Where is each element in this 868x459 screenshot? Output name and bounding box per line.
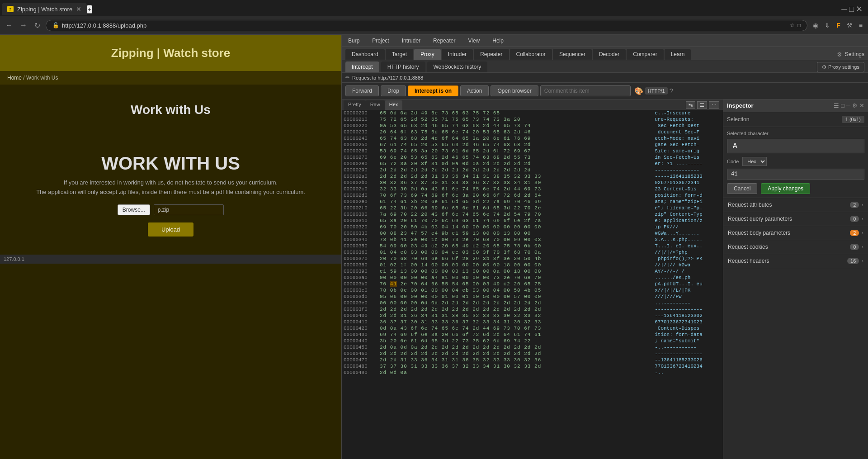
settings-label[interactable]: Settings	[845, 51, 864, 57]
bookmark-icon[interactable]: ☆	[790, 22, 795, 28]
tab-http-history[interactable]: HTTP history	[381, 62, 425, 72]
comment-input[interactable]	[540, 85, 631, 96]
hex-content[interactable]: 0000020065 0d 0a 2d 49 6e 73 65 63 75 72…	[342, 110, 723, 459]
hex-bytes[interactable]: 3b 20 6e 61 6d 65 3d 22 73 75 62 6d 69 7…	[380, 338, 649, 344]
tab-dashboard[interactable]: Dashboard	[345, 49, 385, 60]
hex-bytes[interactable]: 0d 0a 43 6f 6e 74 65 6e 74 2d 44 69 73 7…	[380, 326, 649, 331]
browse-button[interactable]: Browse...	[118, 204, 150, 215]
help-icon[interactable]: ?	[670, 87, 673, 95]
menu-help[interactable]: Help	[486, 35, 510, 47]
tab-comparer[interactable]: Comparer	[627, 49, 663, 60]
code-format-select[interactable]: Hex Dec Bin	[742, 157, 767, 166]
hex-bytes[interactable]: 0a 53 65 63 2d 46 65 74 63 68 2d 44 65 7…	[380, 123, 649, 128]
hex-tab-raw[interactable]: Raw	[366, 100, 385, 110]
menu-burp[interactable]: Burp	[342, 35, 366, 47]
screenshot-icon[interactable]: □	[797, 22, 801, 28]
inspector-section-row-4[interactable]: Request headers16›	[723, 254, 868, 268]
hex-bytes[interactable]: 65 74 63 68 2d 4d 6f 64 65 3a 20 6e 61 7…	[380, 136, 649, 141]
hex-bytes[interactable]: 2d 2d 2d 2d 2d 31 33 36 34 31 31 38 35 3…	[380, 174, 649, 179]
inspector-settings-icon[interactable]: ⚙	[852, 102, 858, 109]
hex-tab-hex[interactable]: Hex	[385, 100, 403, 110]
address-bar[interactable]: 🔓 http://127.0.0.1:8888/upload.php ☆ □	[46, 20, 807, 31]
tab-proxy[interactable]: Proxy	[414, 49, 441, 60]
download-icon[interactable]: ⇓	[823, 21, 832, 30]
open-browser-button[interactable]: Open browser	[491, 85, 538, 96]
hex-bytes[interactable]: 65 22 3b 20 66 69 6c 65 6e 61 6d 65 3d 2…	[380, 205, 649, 211]
hex-bytes[interactable]: 20 70 68 70 69 6e 66 6f 28 29 3b 3f 3e 2…	[380, 256, 649, 261]
more-button[interactable]: ⋯	[709, 101, 719, 109]
color-picker-icon[interactable]: 🎨	[634, 87, 643, 95]
wrap-button[interactable]: ↹	[686, 101, 695, 109]
hex-bytes[interactable]: 69 70 20 50 4b 03 04 14 00 00 00 00 00 0…	[380, 224, 649, 230]
hex-bytes[interactable]: 2d 2d 31 33 36 34 31 31 38 35 32 33 33 3…	[380, 357, 649, 363]
menu-intruder[interactable]: Intruder	[396, 35, 427, 47]
hex-bytes[interactable]: 2d 2d 2d 2d 2d 2d 2d 2d 2d 2d 2d 2d 2d 2…	[380, 307, 649, 312]
hex-bytes[interactable]: 75 72 65 2d 52 65 71 75 65 73 74 73 3a 2…	[380, 117, 649, 122]
intercept-on-button[interactable]: Intercept is on	[408, 85, 458, 96]
forward-button[interactable]: Forward	[345, 85, 379, 96]
tab-learn[interactable]: Learn	[665, 49, 691, 60]
extensions-icon[interactable]: ◉	[811, 21, 820, 30]
inspector-section-row-1[interactable]: Request query parameters0›	[723, 212, 868, 226]
back-button[interactable]: ←	[4, 20, 14, 30]
inspector-icon-2[interactable]: □	[841, 102, 844, 109]
tab-websockets[interactable]: WebSockets history	[427, 62, 488, 72]
hex-bytes[interactable]: 70 41 2e 70 64 66 55 54 05 00 03 49 c2 2…	[380, 281, 649, 287]
hex-tab-pretty[interactable]: Pretty	[344, 100, 366, 110]
tab-intruder[interactable]: Intruder	[442, 49, 473, 60]
upload-button[interactable]: Upload	[148, 222, 193, 237]
hex-bytes[interactable]: 7a 69 70 22 20 43 6f 6e 74 65 6e 74 2d 5…	[380, 212, 649, 217]
hex-bytes[interactable]: 01 02 1f 00 14 00 00 00 00 00 00 00 18 0…	[380, 262, 649, 268]
char-display-input[interactable]	[727, 139, 864, 153]
highlighted-byte[interactable]: 41	[390, 281, 397, 287]
inspector-section-row-2[interactable]: Request body parameters2›	[723, 226, 868, 240]
hex-bytes[interactable]: 30 32 36 37 37 30 31 33 33 36 37 32 33 3…	[380, 180, 649, 185]
lines-button[interactable]: ☰	[697, 101, 707, 109]
tab-decoder[interactable]: Decoder	[593, 49, 626, 60]
hex-bytes[interactable]: 32 33 30 0d 0a 43 6f 6e 74 65 6e 74 2d 4…	[380, 186, 649, 192]
hex-bytes[interactable]: 2d 2d 2d 2d 2d 2d 2d 2d 2d 2d 2d 2d 2d 2…	[380, 351, 649, 356]
inspector-icon-1[interactable]: ☰	[834, 102, 839, 109]
hex-bytes[interactable]: 70 6f 73 69 74 69 6f 6e 3a 20 66 6f 72 6…	[380, 193, 649, 198]
hex-bytes[interactable]: 65 72 3a 20 3f 31 0d 0a 0d 0a 2d 2d 2d 2…	[380, 161, 649, 166]
hex-bytes[interactable]: 2d 0d 0a	[380, 370, 649, 375]
inspector-section-row-0[interactable]: Request attributes2›	[723, 198, 868, 212]
window-close-button[interactable]: ✕	[856, 4, 863, 14]
hex-bytes[interactable]: 67 61 74 65 20 53 65 63 2d 46 65 74 63 6…	[380, 142, 649, 147]
hex-bytes[interactable]: 61 74 61 3b 20 6e 61 6d 65 3d 22 7a 69 7…	[380, 199, 649, 204]
hex-bytes[interactable]: 20 64 6f 63 75 6d 65 6e 74 20 53 65 63 2…	[380, 129, 649, 135]
tab-intercept[interactable]: Intercept	[345, 62, 379, 72]
hex-bytes[interactable]: 78 0b 0c 00 01 00 00 04 eb 03 00 04 00 5…	[380, 288, 649, 293]
drop-button[interactable]: Drop	[381, 85, 406, 96]
hex-bytes[interactable]: 54 09 00 03 49 c2 20 65 49 c2 20 65 75 7…	[380, 243, 649, 249]
hex-bytes[interactable]: 53 69 74 65 3a 20 73 61 6d 65 2d 6f 72 6…	[380, 148, 649, 154]
hex-bytes[interactable]: c1 59 13 00 00 00 00 00 13 00 00 0a 00 1…	[380, 269, 649, 274]
menu-repeater[interactable]: Repeater	[427, 35, 462, 47]
hex-bytes[interactable]: 69 74 69 6f 6e 3a 20 66 6f 72 6d 2d 64 6…	[380, 332, 649, 337]
close-tab-button[interactable]: ✕	[76, 5, 81, 13]
maximize-button[interactable]: □	[849, 5, 854, 14]
settings-gear-icon[interactable]: ⚙	[837, 51, 842, 58]
wrench-icon[interactable]: ⚒	[845, 21, 854, 30]
hex-bytes[interactable]: 37 37 30 31 33 33 36 37 32 33 34 31 30 3…	[380, 364, 649, 369]
hex-bytes[interactable]: 2d 2d 31 36 34 31 31 38 35 32 33 33 30 3…	[380, 313, 649, 318]
refresh-button[interactable]: ↻	[33, 20, 42, 31]
tab-sequencer[interactable]: Sequencer	[553, 49, 592, 60]
hex-bytes[interactable]: 01 04 e8 03 00 00 04 ec 03 00 3f 70 3f 6…	[380, 250, 649, 255]
minimize-button[interactable]: ─	[841, 5, 847, 14]
cancel-button[interactable]: Cancel	[727, 183, 757, 194]
hex-bytes[interactable]: 36 37 37 30 31 33 33 36 37 32 33 34 31 3…	[380, 319, 649, 325]
hex-bytes[interactable]: 65 3a 20 61 70 70 6c 69 63 61 74 69 6f 6…	[380, 218, 649, 223]
hex-bytes[interactable]: 00 08 23 47 57 e4 9b c1 59 13 00 00 13 0…	[380, 231, 649, 236]
foxy-proxy-icon[interactable]: F	[835, 21, 842, 30]
active-tab[interactable]: Z Zipping | Watch store ✕	[2, 3, 87, 15]
inspector-minus-icon[interactable]: ─	[846, 102, 850, 109]
hex-bytes[interactable]: 2d 2d 2d 2d 2d 2d 2d 2d 2d 2d 2d 2d 2d 2…	[380, 167, 649, 173]
code-value-input[interactable]	[727, 169, 864, 180]
hex-bytes[interactable]: 78 0b 41 2e 00 1c 00 73 2e 70 68 70 00 0…	[380, 237, 649, 242]
menu-project[interactable]: Project	[366, 35, 395, 47]
hex-bytes[interactable]: 69 6e 20 53 65 63 2d 46 65 74 63 68 2d 5…	[380, 155, 649, 160]
tab-collaborator[interactable]: Collaborator	[510, 49, 552, 60]
proxy-settings-button[interactable]: ⚙ Proxy settings	[817, 62, 864, 72]
hex-bytes[interactable]: 05 06 00 00 00 00 01 00 01 00 50 00 00 5…	[380, 294, 649, 299]
